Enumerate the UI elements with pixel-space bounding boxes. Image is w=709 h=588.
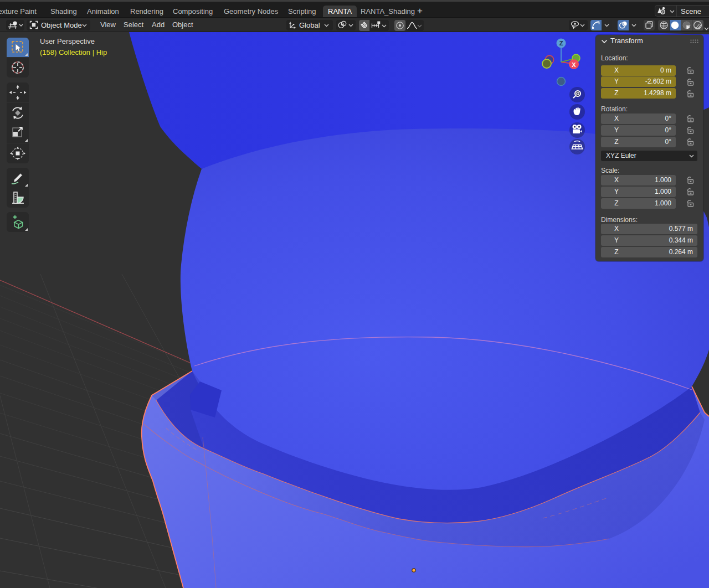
svg-text:X: X (572, 61, 576, 68)
svg-text:Z: Z (559, 40, 563, 47)
